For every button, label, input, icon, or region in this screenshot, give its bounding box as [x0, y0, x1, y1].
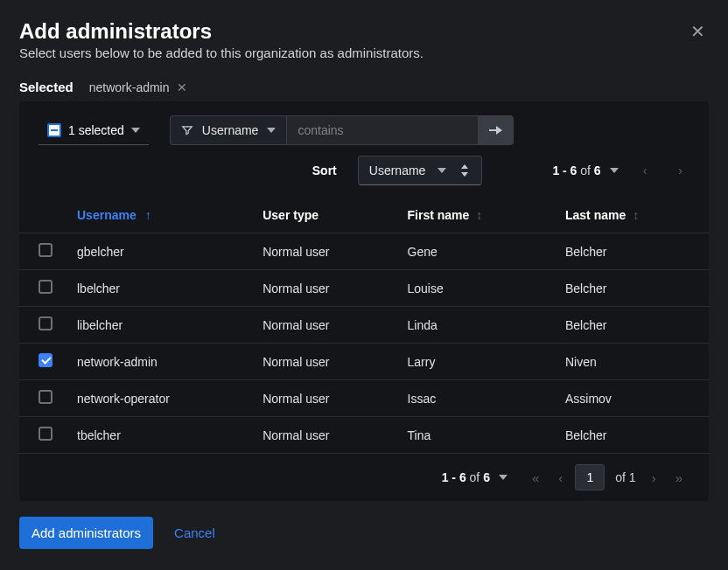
- chevron-down-icon: [131, 128, 140, 133]
- row-checkbox[interactable]: [38, 316, 52, 330]
- cell-usertype: Normal user: [250, 270, 395, 307]
- modal-title: Add administrators: [19, 19, 709, 44]
- filter-field-label: Username: [202, 123, 259, 137]
- cell-lastname: Belcher: [553, 307, 709, 344]
- add-administrators-button[interactable]: Add administrators: [19, 517, 153, 549]
- prev-page-button[interactable]: ‹: [551, 467, 570, 489]
- chevron-down-icon[interactable]: [499, 475, 508, 480]
- cell-usertype: Normal user: [250, 380, 395, 417]
- cell-usertype: Normal user: [250, 233, 395, 270]
- cell-usertype: Normal user: [250, 417, 395, 454]
- column-firstname[interactable]: First name↕: [396, 198, 553, 233]
- chevron-down-icon[interactable]: [610, 168, 619, 173]
- cancel-button[interactable]: Cancel: [174, 525, 215, 540]
- apply-filter-button[interactable]: [479, 115, 514, 145]
- page-input[interactable]: [575, 464, 605, 490]
- filter-icon: [181, 124, 193, 136]
- selected-chip: network-admin ✕: [89, 80, 187, 94]
- table-row: libelcherNormal userLindaBelcher: [19, 307, 709, 344]
- next-page-button[interactable]: ›: [645, 467, 663, 489]
- page-of-label: of 1: [615, 470, 635, 484]
- last-page-button[interactable]: »: [668, 467, 690, 489]
- selection-dropdown[interactable]: 1 selected: [38, 116, 149, 145]
- chevron-down-icon: [438, 168, 446, 173]
- sort-icon: ↕: [633, 208, 639, 222]
- cell-username: lbelcher: [65, 270, 250, 307]
- cell-usertype: Normal user: [250, 307, 395, 344]
- users-table: Username↑ User type First name↕ Last nam…: [19, 198, 709, 454]
- indeterminate-checkbox-icon: [47, 123, 61, 137]
- row-checkbox[interactable]: [38, 280, 52, 294]
- filter-value-input[interactable]: [286, 115, 479, 145]
- remove-chip-icon[interactable]: ✕: [177, 80, 187, 94]
- table-row: network-operatorNormal userIssacAssimov: [19, 380, 709, 417]
- modal-subtitle: Select users below to be added to this o…: [19, 45, 709, 60]
- cell-firstname: Larry: [396, 344, 553, 380]
- cell-lastname: Belcher: [553, 417, 709, 454]
- first-page-button[interactable]: «: [525, 467, 546, 489]
- sort-field-value: Username: [369, 163, 426, 177]
- row-checkbox[interactable]: [38, 427, 52, 441]
- row-checkbox[interactable]: [38, 390, 52, 404]
- sort-icon: ↕: [476, 208, 482, 222]
- close-icon[interactable]: ✕: [690, 23, 705, 40]
- sort-asc-icon: ↑: [145, 208, 151, 222]
- cell-username: network-operator: [65, 380, 250, 417]
- cell-lastname: Belcher: [553, 233, 709, 270]
- table-row: gbelcherNormal userGeneBelcher: [19, 233, 709, 270]
- cell-firstname: Gene: [396, 233, 553, 270]
- selection-summary: 1 selected: [68, 123, 124, 137]
- cell-lastname: Assimov: [553, 380, 709, 417]
- cell-username: gbelcher: [65, 233, 250, 270]
- filter-field-dropdown[interactable]: Username: [170, 115, 287, 145]
- sort-direction-icon[interactable]: [458, 164, 471, 177]
- table-panel: 1 selected Username Sort: [19, 101, 709, 501]
- column-lastname[interactable]: Last name↕: [553, 198, 709, 233]
- result-range: 1 - 6 of 6: [552, 163, 618, 177]
- cell-username: libelcher: [65, 307, 250, 344]
- sort-label: Sort: [312, 163, 337, 177]
- table-row: network-adminNormal userLarryNiven: [19, 344, 709, 380]
- cell-firstname: Linda: [396, 307, 553, 344]
- cell-username: network-admin: [65, 344, 250, 380]
- cell-lastname: Niven: [553, 344, 709, 380]
- selected-chip-text: network-admin: [89, 80, 170, 94]
- next-page-button[interactable]: ›: [671, 158, 690, 183]
- table-row: lbelcherNormal userLouiseBelcher: [19, 270, 709, 307]
- row-checkbox[interactable]: [38, 243, 52, 257]
- chevron-down-icon: [267, 128, 276, 133]
- pager-range: 1 - 6 of 6: [442, 470, 508, 484]
- cell-firstname: Tina: [396, 417, 553, 454]
- cell-username: tbelcher: [65, 417, 250, 454]
- column-usertype[interactable]: User type: [250, 198, 395, 233]
- prev-page-button[interactable]: ‹: [636, 158, 654, 183]
- cell-firstname: Issac: [396, 380, 553, 417]
- cell-lastname: Belcher: [553, 270, 709, 307]
- column-username[interactable]: Username↑: [65, 198, 250, 233]
- selected-label: Selected: [19, 80, 74, 94]
- table-row: tbelcherNormal userTinaBelcher: [19, 417, 709, 454]
- cell-firstname: Louise: [396, 270, 553, 307]
- cell-usertype: Normal user: [250, 344, 395, 380]
- sort-field-dropdown[interactable]: Username: [358, 156, 483, 185]
- row-checkbox[interactable]: [38, 353, 52, 367]
